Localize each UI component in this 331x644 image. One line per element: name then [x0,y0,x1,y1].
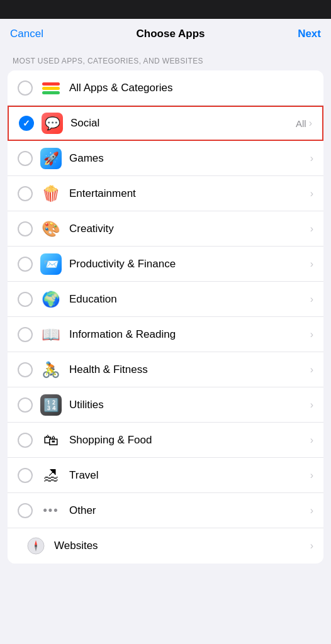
chevron-creativity: › [310,223,313,235]
right-entertainment: › [310,188,313,199]
list-item-health[interactable]: 🚴Health & Fitness› [8,352,323,387]
list-item-websites[interactable]: Websites› [8,528,323,564]
chevron-health: › [310,364,313,375]
chevron-shopping: › [310,435,313,446]
icon-all-apps [40,77,62,99]
right-health: › [310,364,313,375]
list-item-all-apps[interactable]: All Apps & Categories [8,70,323,106]
radio-creativity[interactable] [18,221,33,236]
chevron-information: › [310,329,313,340]
chevron-websites: › [310,540,313,552]
list-item-utilities[interactable]: 🔢Utilities› [8,387,323,423]
status-bar [0,0,331,19]
compass-icon [27,537,45,555]
label-shopping: Shopping & Food [69,434,310,447]
right-productivity: › [310,258,313,270]
icon-productivity: 📨 [40,253,62,275]
right-social: All› [296,118,312,129]
radio-social[interactable] [19,116,34,131]
productivity-icon: 📨 [40,253,62,275]
label-utilities: Utilities [69,399,310,411]
list-item-education[interactable]: 🌍Education› [8,282,323,317]
list-item-productivity[interactable]: 📨Productivity & Finance› [8,247,323,282]
stack-icon [40,77,62,99]
icon-travel: 🏖 [40,465,62,486]
radio-entertainment[interactable] [18,186,33,201]
right-shopping: › [310,435,313,446]
page-title: Choose Apps [137,28,205,40]
games-icon: 🚀 [40,148,62,169]
chevron-travel: › [310,470,313,481]
list-item-information[interactable]: 📖Information & Reading› [8,317,323,352]
right-creativity: › [310,223,313,235]
icon-websites [25,535,47,557]
label-entertainment: Entertainment [69,187,310,200]
right-education: › [310,294,313,305]
chevron-other: › [310,505,313,516]
icon-education: 🌍 [40,289,62,310]
list-item-travel[interactable]: 🏖Travel› [8,458,323,493]
radio-all-apps[interactable] [18,80,33,96]
radio-other[interactable] [18,503,33,518]
list-item-games[interactable]: 🚀Games› [8,141,323,176]
label-games: Games [69,152,310,165]
list-item-creativity[interactable]: 🎨Creativity› [8,211,323,247]
right-websites: › [310,540,313,552]
icon-other: ••• [40,500,62,521]
icon-games: 🚀 [40,148,62,169]
label-education: Education [69,293,310,306]
label-social: Social [70,117,296,130]
chevron-productivity: › [310,258,313,270]
category-list: All Apps & Categories💬SocialAll›🚀Games›🍿… [8,70,323,564]
radio-information[interactable] [18,327,33,342]
icon-creativity: 🎨 [40,218,62,240]
right-games: › [310,153,313,164]
section-header: MOST USED APPS, CATEGORIES, AND WEBSITES [0,47,331,70]
right-other: › [310,505,313,516]
list-item-other[interactable]: •••Other› [8,493,323,528]
radio-utilities[interactable] [18,397,33,413]
radio-education[interactable] [18,292,33,307]
next-button[interactable]: Next [298,28,321,40]
nav-bar: Cancel Choose Apps Next [0,19,331,47]
chevron-social: › [309,118,312,129]
radio-travel[interactable] [18,468,33,483]
icon-social: 💬 [42,113,63,134]
radio-shopping[interactable] [18,433,33,448]
radio-health[interactable] [18,362,33,377]
radio-games[interactable] [18,151,33,166]
radio-productivity[interactable] [18,257,33,272]
chevron-games: › [310,153,313,164]
label-travel: Travel [69,469,310,482]
right-utilities: › [310,399,313,411]
label-all-apps: All Apps & Categories [69,82,313,94]
icon-health: 🚴 [40,359,62,380]
icon-information: 📖 [40,324,62,345]
label-creativity: Creativity [69,223,310,235]
icon-utilities: 🔢 [40,394,62,416]
utilities-icon: 🔢 [40,394,62,416]
chevron-entertainment: › [310,188,313,199]
list-item-shopping[interactable]: 🛍Shopping & Food› [8,423,323,458]
label-health: Health & Fitness [69,364,310,376]
right-travel: › [310,470,313,481]
cancel-button[interactable]: Cancel [10,28,43,40]
label-productivity: Productivity & Finance [69,258,310,270]
label-websites: Websites [54,540,310,552]
label-information: Information & Reading [69,328,310,341]
all-label-social: All [296,118,306,129]
list-item-entertainment[interactable]: 🍿Entertainment› [8,176,323,211]
right-information: › [310,329,313,340]
chevron-education: › [310,294,313,305]
icon-entertainment: 🍿 [40,183,62,204]
label-other: Other [69,504,310,517]
chevron-utilities: › [310,399,313,411]
list-item-social[interactable]: 💬SocialAll› [8,106,323,141]
social-icon: 💬 [42,113,63,134]
icon-shopping: 🛍 [40,430,62,451]
